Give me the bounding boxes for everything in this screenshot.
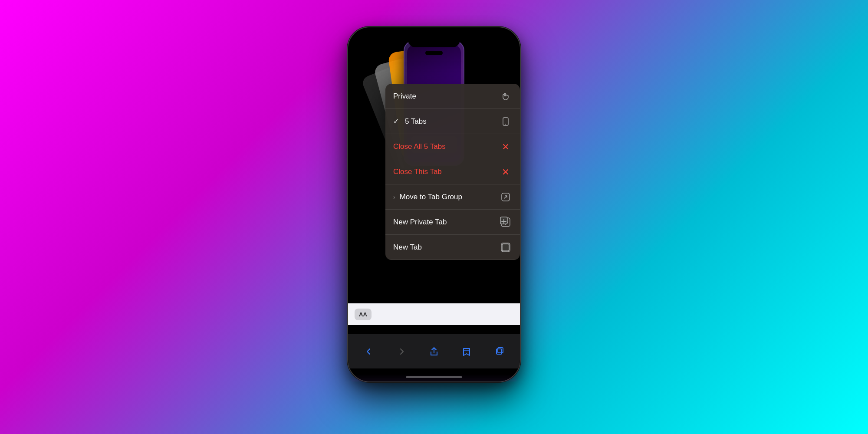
aa-button[interactable]: AA <box>355 309 372 320</box>
menu-item-five-tabs[interactable]: ✓ 5 Tabs <box>385 109 520 134</box>
move-to-group-label: Move to Tab Group <box>400 193 462 201</box>
share-button[interactable] <box>428 345 440 358</box>
forward-button[interactable] <box>395 345 408 358</box>
checkmark-icon: ✓ <box>393 117 399 125</box>
tabs-button[interactable] <box>493 345 505 358</box>
menu-item-move-left: › Move to Tab Group <box>393 193 462 201</box>
menu-item-new-tab-left: New Tab <box>393 243 422 252</box>
new-tab-label: New Tab <box>393 243 422 252</box>
context-menu: Private ✓ 5 Tabs <box>385 84 520 260</box>
new-tab-private-icon <box>499 216 512 229</box>
five-tabs-label: 5 Tabs <box>405 117 427 126</box>
menu-item-private[interactable]: Private <box>385 84 520 109</box>
phone-screen: AA <box>348 27 520 381</box>
menu-item-move-to-group[interactable]: › Move to Tab Group <box>385 184 520 210</box>
phone-device: AA <box>347 26 521 382</box>
close-all-label: Close All 5 Tabs <box>393 142 446 151</box>
menu-item-close-all-left: Close All 5 Tabs <box>393 142 446 151</box>
bottom-toolbar <box>348 334 520 368</box>
menu-item-five-tabs-left: ✓ 5 Tabs <box>393 117 427 126</box>
svg-rect-1 <box>498 348 503 353</box>
page-background: AA <box>0 0 868 434</box>
close-all-x-icon <box>499 140 512 153</box>
new-private-tab-label: New Private Tab <box>393 218 447 227</box>
url-bar-area: AA <box>348 303 520 325</box>
menu-item-close-this[interactable]: Close This Tab <box>385 159 520 184</box>
menu-item-new-private[interactable]: New Private Tab <box>385 210 520 235</box>
private-label: Private <box>393 92 416 101</box>
close-this-x-icon <box>499 165 512 178</box>
hand-icon <box>499 90 512 103</box>
phone-wrapper: AA <box>343 26 525 408</box>
phone-icon <box>499 115 512 128</box>
arrow-box-icon <box>499 191 512 204</box>
new-tab-icon <box>499 241 512 254</box>
menu-item-close-all[interactable]: Close All 5 Tabs <box>385 134 520 159</box>
close-this-label: Close This Tab <box>393 168 442 176</box>
menu-item-new-private-left: New Private Tab <box>393 218 447 227</box>
phone-reflection <box>352 374 516 381</box>
svg-point-3 <box>505 124 506 125</box>
menu-item-close-this-left: Close This Tab <box>393 168 442 176</box>
dynamic-island <box>408 33 460 47</box>
bookmarks-button[interactable] <box>460 345 473 358</box>
svg-rect-0 <box>496 349 502 354</box>
menu-item-private-left: Private <box>393 92 416 101</box>
back-button[interactable] <box>363 345 375 358</box>
svg-rect-8 <box>502 244 509 251</box>
chevron-right-icon: › <box>393 194 395 201</box>
mini-dynamic-island <box>425 51 443 55</box>
menu-item-new-tab[interactable]: New Tab <box>385 235 520 260</box>
